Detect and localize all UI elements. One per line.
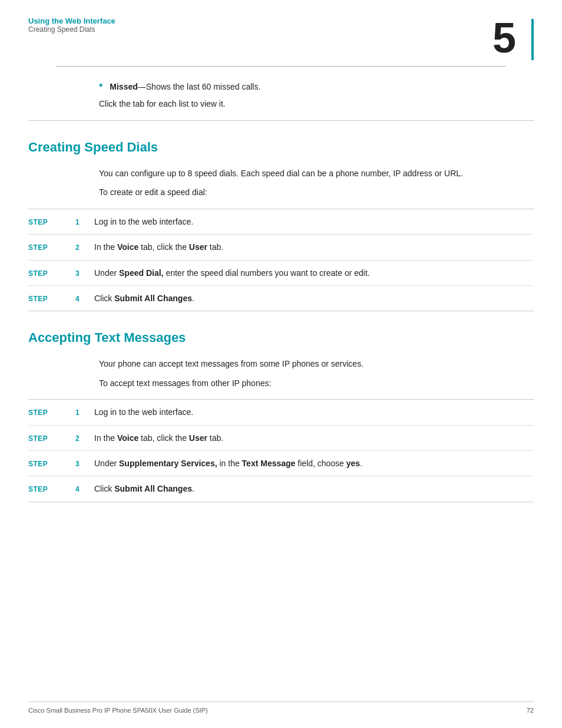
s2-step4-label: STEP: [28, 485, 75, 493]
step3-content: Under Speed Dial, enter the speed dial n…: [94, 266, 534, 279]
step4-content: Click Submit All Changes.: [94, 292, 534, 305]
bullet-item-missed: • Missed—Shows the last 60 missed calls.: [99, 81, 534, 93]
table-row: STEP 1 Log in to the web interface.: [28, 209, 534, 234]
section1-intro1: You can configure up to 8 speed dials. E…: [28, 167, 534, 180]
table-row: STEP 4 Click Submit All Changes.: [28, 286, 534, 311]
step4-label: STEP: [28, 295, 75, 303]
steps1-divider-bottom: [28, 311, 534, 311]
s2-step1-content: Log in to the web interface.: [94, 406, 534, 419]
table-row: STEP 3 Under Supplementary Services, in …: [28, 451, 534, 476]
missed-desc: Shows the last 60 missed calls.: [146, 82, 261, 91]
content-area: • Missed—Shows the last 60 missed calls.…: [0, 81, 562, 502]
s2-step2-label: STEP: [28, 434, 75, 443]
intro-divider: [28, 120, 534, 121]
s2-step2-content: In the Voice tab, click the User tab.: [94, 431, 534, 444]
step1-label: STEP: [28, 218, 75, 226]
breadcrumb-parent: Using the Web Interface: [28, 17, 115, 25]
s2-step1-label: STEP: [28, 409, 75, 417]
section2-intro2: To accept text messages from other IP ph…: [28, 377, 534, 390]
s2-step4-content: Click Submit All Changes.: [94, 482, 534, 495]
step1-num: 1: [75, 218, 94, 226]
chapter-accent-bar: [531, 19, 534, 60]
breadcrumb-current: Creating Speed Dials: [28, 25, 115, 34]
step2-num: 2: [75, 243, 94, 252]
step1-content: Log in to the web interface.: [94, 215, 534, 228]
section2-heading: Accepting Text Messages: [28, 330, 534, 345]
table-row: STEP 2 In the Voice tab, click the User …: [28, 235, 534, 259]
table-row: STEP 1 Log in to the web interface.: [28, 400, 534, 424]
table-row: STEP 2 In the Voice tab, click the User …: [28, 426, 534, 450]
step2-content: In the Voice tab, click the User tab.: [94, 241, 534, 253]
section2-steps: STEP 1 Log in to the web interface. STEP…: [28, 399, 534, 502]
step4-num: 4: [75, 295, 94, 303]
steps2-divider-bottom: [28, 502, 534, 502]
s2-step1-num: 1: [75, 409, 94, 417]
page-header: Using the Web Interface Creating Speed D…: [0, 0, 562, 67]
s2-step3-num: 3: [75, 460, 94, 468]
s2-step4-num: 4: [75, 485, 94, 493]
click-note: Click the tab for each list to view it.: [28, 99, 534, 108]
missed-term: Missed: [110, 82, 137, 91]
header-divider: [57, 66, 505, 67]
missed-dash: —: [138, 82, 146, 91]
section1-heading: Creating Speed Dials: [28, 140, 534, 155]
section1-steps: STEP 1 Log in to the web interface. STEP…: [28, 209, 534, 312]
bullet-section: • Missed—Shows the last 60 missed calls.: [28, 81, 534, 93]
table-row: STEP 3 Under Speed Dial, enter the speed…: [28, 261, 534, 285]
chapter-number: 5: [492, 17, 516, 59]
page-footer: Cisco Small Business Pro IP Phone SPA50X…: [28, 701, 534, 714]
s2-step3-content: Under Supplementary Services, in the Tex…: [94, 457, 534, 470]
bullet-dot: •: [99, 80, 103, 92]
section2-intro1: Your phone can accept text messages from…: [28, 357, 534, 370]
section1-intro2: To create or edit a speed dial:: [28, 186, 534, 199]
chapter-number-area: 5: [492, 17, 534, 60]
breadcrumb: Using the Web Interface Creating Speed D…: [28, 17, 115, 34]
step2-label: STEP: [28, 243, 75, 252]
page-wrapper: Using the Web Interface Creating Speed D…: [0, 0, 562, 728]
s2-step3-label: STEP: [28, 460, 75, 468]
footer-left-text: Cisco Small Business Pro IP Phone SPA50X…: [28, 707, 208, 714]
bullet-text-missed: Missed—Shows the last 60 missed calls.: [110, 81, 260, 93]
step3-label: STEP: [28, 269, 75, 278]
footer-page-number: 72: [527, 707, 534, 714]
table-row: STEP 4 Click Submit All Changes.: [28, 476, 534, 501]
s2-step2-num: 2: [75, 434, 94, 443]
step3-num: 3: [75, 269, 94, 278]
